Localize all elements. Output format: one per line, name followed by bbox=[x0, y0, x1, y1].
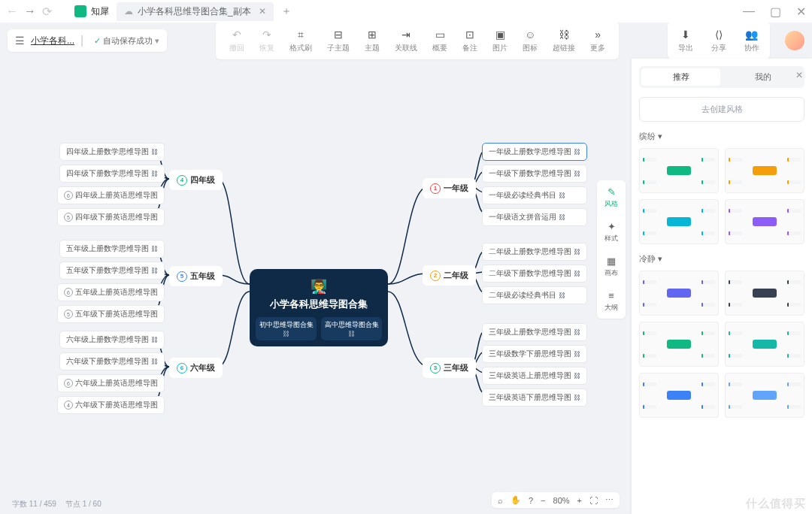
style-thumb[interactable] bbox=[639, 271, 719, 316]
action-协作[interactable]: 👥协作 bbox=[737, 25, 767, 56]
style-thumb[interactable] bbox=[639, 322, 719, 367]
leaf-node[interactable]: 6五年级上册英语思维导图 bbox=[57, 283, 165, 301]
leaf-node[interactable]: 一年级上册数学思维导图⛓ bbox=[482, 143, 587, 161]
toolbar-主题[interactable]: ⊞主题 bbox=[357, 25, 387, 56]
leaf-node[interactable]: 二年级必读经典书目⛓ bbox=[482, 286, 587, 304]
toolbar-关联线[interactable]: ⇥关联线 bbox=[387, 25, 425, 56]
style-thumb[interactable] bbox=[725, 373, 804, 418]
leaf-node[interactable]: 三年级英语下册思维导图⛓ bbox=[482, 389, 587, 407]
link-icon: ⛓ bbox=[574, 372, 580, 379]
rail-风格[interactable]: ✎风格 bbox=[600, 185, 623, 210]
chevron-down-icon: ▾ bbox=[658, 254, 662, 264]
leaf-node[interactable]: 二年级下册数学思维导图⛓ bbox=[482, 265, 587, 283]
action-分享[interactable]: ⟨⟩分享 bbox=[704, 25, 734, 56]
style-thumb[interactable] bbox=[725, 148, 804, 193]
toolbar-图标[interactable]: ☺图标 bbox=[515, 25, 545, 56]
tab-home[interactable]: 知犀 bbox=[67, 2, 117, 21]
style-thumb[interactable] bbox=[639, 148, 719, 193]
格式刷-icon: ⌗ bbox=[294, 28, 308, 41]
style-thumb[interactable] bbox=[639, 373, 719, 418]
sub-node-1[interactable]: 初中思维导图合集 ⛓ bbox=[256, 317, 317, 340]
style-thumb[interactable] bbox=[725, 271, 804, 316]
leaf-node[interactable]: 三年级上册数学思维导图⛓ bbox=[482, 323, 587, 341]
toolbar-label: 子主题 bbox=[327, 43, 350, 53]
panel-tab-mine[interactable]: 我的 bbox=[723, 68, 802, 86]
leaf-node[interactable]: 五年级上册数学思维导图⛓ bbox=[59, 240, 165, 258]
topbar: ☰ 小学各科... | ✓自动保存成功▾ ↶撤回↷恢复⌗格式刷⊟子主题⊞主题⇥关… bbox=[0, 23, 812, 59]
leaf-node[interactable]: 四年级上册数学思维导图⛓ bbox=[59, 143, 165, 161]
leaf-node[interactable]: 六年级上册数学思维导图⛓ bbox=[59, 331, 165, 349]
toolbar-label: 超链接 bbox=[553, 43, 575, 53]
nav-forward-icon[interactable]: → bbox=[24, 5, 36, 19]
分享-icon: ⟨⟩ bbox=[712, 28, 726, 41]
user-avatar[interactable] bbox=[785, 31, 804, 50]
toolbar-label: 关联线 bbox=[395, 43, 417, 53]
tab-document[interactable]: ☁小学各科思维导图合集_副本✕ bbox=[117, 2, 274, 21]
rail-画布[interactable]: ▦画布 bbox=[600, 254, 623, 280]
leaf-node[interactable]: 四年级下册数学思维导图⛓ bbox=[59, 165, 165, 183]
action-group: ⬇导出⟨⟩分享👥协作 bbox=[668, 22, 770, 59]
toolbar-子主题[interactable]: ⊟子主题 bbox=[320, 25, 357, 56]
leaf-node[interactable]: 三年级英语上册思维导图⛓ bbox=[482, 367, 587, 385]
leaf-node[interactable]: 六年级下册数学思维导图⛓ bbox=[59, 352, 165, 370]
leaf-node[interactable]: 二年级上册数学思维导图⛓ bbox=[482, 243, 587, 261]
leaf-node[interactable]: 一年级下册数学思维导图⛓ bbox=[482, 165, 587, 183]
panel-tab-recommend[interactable]: 推荐 bbox=[641, 68, 720, 86]
menu-icon[interactable]: ☰ bbox=[15, 35, 25, 47]
style-thumb[interactable] bbox=[639, 199, 719, 244]
window-minimize-icon[interactable]: — bbox=[743, 5, 755, 19]
toolbar-超链接[interactable]: ⛓超链接 bbox=[545, 25, 583, 56]
link-icon: ⛓ bbox=[151, 358, 158, 365]
子主题-icon: ⊟ bbox=[332, 28, 345, 41]
sub-node-2[interactable]: 高中思维导图合集 ⛓ bbox=[321, 317, 382, 340]
nav-back-icon[interactable]: ← bbox=[6, 5, 18, 19]
tab-add[interactable]: ＋ bbox=[274, 2, 299, 21]
toolbar-更多[interactable]: »更多 bbox=[583, 25, 613, 56]
leaf-node[interactable]: 一年级语文拼音运用⛓ bbox=[482, 208, 587, 226]
leaf-node[interactable]: 6六年级上册英语思维导图 bbox=[57, 374, 165, 392]
grade-node-5[interactable]: 5五年级 bbox=[169, 266, 223, 286]
window-maximize-icon[interactable]: ▢ bbox=[770, 5, 781, 19]
document-name[interactable]: 小学各科... bbox=[31, 35, 74, 47]
style-thumb[interactable] bbox=[725, 199, 804, 244]
toolbar-备注[interactable]: ⊡备注 bbox=[455, 25, 485, 56]
grade-node-2[interactable]: 2二年级 bbox=[423, 265, 476, 286]
main-toolbar: ↶撤回↷恢复⌗格式刷⊟子主题⊞主题⇥关联线▭概要⊡备注▣图片☺图标⛓超链接»更多 bbox=[216, 22, 619, 59]
tab-home-label: 知犀 bbox=[91, 5, 109, 18]
leaf-node[interactable]: 4六年级下册英语思维导图 bbox=[57, 396, 165, 414]
toolbar-格式刷[interactable]: ⌗格式刷 bbox=[282, 25, 320, 56]
grade-node-1[interactable]: 1一年级 bbox=[423, 178, 476, 198]
window-close-icon[interactable]: ✕ bbox=[796, 5, 806, 19]
action-导出[interactable]: ⬇导出 bbox=[671, 25, 701, 56]
leaf-node[interactable]: 五年级下册数学思维导图⛓ bbox=[59, 262, 165, 280]
leaf-node[interactable]: 三年级数学下册思维导图⛓ bbox=[482, 345, 587, 363]
nav-refresh-icon[interactable]: ⟳ bbox=[42, 5, 52, 19]
leaf-node[interactable]: 一年级必读经典书目⛓ bbox=[482, 186, 587, 204]
grade-node-4[interactable]: 4四年级 bbox=[169, 170, 223, 190]
rail-大纲[interactable]: ≡大纲 bbox=[600, 289, 623, 314]
mindmap-canvas[interactable]: 👨‍🏫 小学各科思维导图合集 初中思维导图合集 ⛓ 高中思维导图合集 ⛓ 1一年… bbox=[0, 59, 632, 491]
leaf-node[interactable]: 6四年级上册英语思维导图 bbox=[57, 186, 165, 204]
panel-close-icon[interactable]: ✕ bbox=[795, 70, 803, 80]
toolbar-label: 概要 bbox=[432, 43, 447, 53]
style-thumb[interactable] bbox=[725, 322, 804, 367]
create-style-button[interactable]: 去创建风格 bbox=[639, 97, 804, 122]
toolbar-撤回[interactable]: ↶撤回 bbox=[222, 25, 252, 56]
chevron-down-icon: ▾ bbox=[658, 132, 662, 141]
toolbar-图片[interactable]: ▣图片 bbox=[485, 25, 515, 56]
leaf-node[interactable]: 5五年级下册英语思维导图 bbox=[57, 305, 165, 323]
section-calm[interactable]: 冷静 ▾ bbox=[639, 253, 804, 265]
rail-样式[interactable]: ✦样式 bbox=[600, 219, 623, 245]
section-colorful[interactable]: 缤纷 ▾ bbox=[639, 131, 804, 142]
grade-node-3[interactable]: 3三年级 bbox=[423, 358, 476, 378]
action-label: 分享 bbox=[711, 43, 726, 53]
leaf-node[interactable]: 5四年级下册英语思维导图 bbox=[57, 208, 165, 226]
autosave-status[interactable]: ✓自动保存成功▾ bbox=[94, 35, 159, 47]
toolbar-概要[interactable]: ▭概要 bbox=[425, 25, 455, 56]
link-icon: ⛓ bbox=[559, 213, 565, 221]
toolbar-恢复[interactable]: ↷恢复 bbox=[252, 25, 282, 56]
center-node[interactable]: 👨‍🏫 小学各科思维导图合集 初中思维导图合集 ⛓ 高中思维导图合集 ⛓ bbox=[250, 269, 388, 346]
tab-close-icon[interactable]: ✕ bbox=[259, 6, 266, 17]
count-badge: 6 bbox=[64, 379, 73, 388]
grade-node-6[interactable]: 6六年级 bbox=[169, 358, 223, 378]
